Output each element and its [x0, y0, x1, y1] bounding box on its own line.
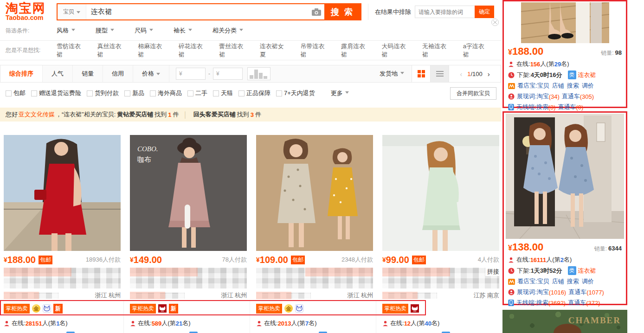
suggestion-link[interactable]: 无袖连衣裙: [422, 42, 450, 59]
sort-tab-sales[interactable]: 销量: [73, 65, 103, 82]
product-title-censored[interactable]: [4, 268, 121, 288]
kdb-link-item[interactable]: 宝贝: [537, 277, 549, 286]
kdb-link-search[interactable]: 搜索: [567, 277, 579, 286]
exclude-input[interactable]: [415, 6, 475, 18]
suggestion-link[interactable]: 蕾丝连衣裙: [219, 42, 246, 59]
kdb-link-item[interactable]: 宝贝: [537, 82, 549, 90]
option-authentic[interactable]: 正品保障: [238, 89, 270, 97]
notice-seg2: 回头客爱买店铺: [193, 110, 236, 119]
badge-row: 掌柜热卖 新: [130, 304, 247, 313]
suggestion-link[interactable]: 吊带连衣裙: [300, 42, 328, 59]
checkbox[interactable]: [87, 90, 93, 96]
product-photo[interactable]: [256, 135, 373, 251]
sort-tab-default[interactable]: 综合排序: [0, 65, 43, 82]
mobile-icon: [508, 104, 514, 110]
taobao-search-results-page: 淘宝网 Taobao.com 宝贝 搜 索 在结果中排除 确定 筛选条件: 风格…: [0, 0, 644, 333]
kdb-link-shop[interactable]: 店铺: [552, 277, 564, 286]
option-free-shipping[interactable]: 包邮: [6, 89, 26, 97]
price-row: ¥ 109.00 包邮 2348人付款: [256, 255, 373, 264]
paid-count: 4人付款: [478, 256, 499, 264]
prev-page-icon[interactable]: ‹: [460, 70, 462, 78]
checkbox[interactable]: [150, 90, 156, 96]
option-secondhand[interactable]: 二手: [187, 89, 207, 97]
checkbox[interactable]: [31, 90, 37, 96]
merge-same-items-button[interactable]: 合并同款宝贝: [450, 87, 496, 100]
total-pages: /100: [470, 70, 482, 77]
product-title-censored[interactable]: [256, 268, 373, 288]
checkbox[interactable]: [187, 90, 193, 96]
option-cod[interactable]: 货到付款: [87, 89, 119, 97]
suggestion-link[interactable]: a字连衣裙: [463, 42, 488, 59]
search-category-value: 宝贝: [63, 8, 74, 16]
filter-style[interactable]: 风格: [57, 26, 75, 35]
option-return-insurance[interactable]: 赠送退货运费险: [31, 89, 81, 97]
checkbox[interactable]: [238, 90, 245, 96]
checkbox[interactable]: [213, 90, 219, 96]
price-min-box: ¥: [176, 68, 206, 80]
suggestion-link[interactable]: 真丝连衣裙: [97, 42, 125, 59]
ship-from-dropdown[interactable]: 发货地: [380, 70, 404, 78]
product-photo[interactable]: [4, 135, 121, 251]
price-max-input[interactable]: [221, 70, 239, 78]
kdb-link-search[interactable]: 搜索: [567, 82, 579, 90]
checkbox[interactable]: [124, 90, 130, 96]
sidebar-next-photo[interactable]: CHAMBER: [502, 310, 627, 333]
category-link[interactable]: 连衣裙: [578, 267, 596, 275]
product-title-censored[interactable]: 拼接: [382, 268, 499, 288]
filter-waist[interactable]: 腰型: [96, 26, 114, 35]
option-overseas[interactable]: 海外商品: [150, 89, 182, 97]
notice-shop-link[interactable]: 亚文文化传媒: [19, 110, 55, 119]
product-title-censored[interactable]: [130, 268, 247, 288]
exclude-confirm-button[interactable]: 确定: [475, 6, 494, 18]
online-stat: 在线:2013人(第7名): [256, 319, 373, 327]
kdb-link-price[interactable]: 调价: [582, 82, 594, 90]
more-options-dropdown[interactable]: 更多: [331, 89, 349, 97]
sort-tab-price[interactable]: 价格: [133, 65, 169, 82]
panel-product-photo[interactable]: [521, 2, 609, 43]
price-histogram[interactable]: [247, 67, 270, 80]
panel-product-photo[interactable]: [506, 114, 624, 239]
kdb-link-shop[interactable]: 店铺: [552, 82, 564, 90]
kdb-link-price[interactable]: 调价: [582, 277, 594, 286]
suggestion-link[interactable]: 大码连衣裙: [382, 42, 409, 59]
option-7day-return[interactable]: 7+天内退货: [276, 89, 315, 97]
sort-tab-credit[interactable]: 信用: [103, 65, 133, 82]
sort-tab-popularity[interactable]: 人气: [43, 65, 73, 82]
option-new[interactable]: 新品: [124, 89, 144, 97]
taobao-logo[interactable]: 淘宝网 Taobao.com: [6, 2, 55, 21]
suggestion-link[interactable]: 连衣裙女夏: [260, 42, 287, 59]
search-button[interactable]: 搜 索: [324, 4, 361, 19]
product-card: ¥ 109.00 包邮 2348人付款 浙江 杭州 掌柜热卖 金 在线:2013…: [256, 130, 373, 333]
kandianbao-row: 看店宝: 宝贝 店铺 搜索 调价: [504, 80, 626, 91]
person-icon: [382, 320, 388, 327]
hot-seller-badge: 掌柜热卖: [256, 304, 282, 314]
paid-count: 2348人付款: [341, 256, 373, 264]
checkbox[interactable]: [276, 90, 282, 96]
suggestion-link[interactable]: 雪纺连衣裙: [57, 42, 84, 59]
filter-size[interactable]: 尺码: [135, 26, 153, 35]
mobile-icon: [508, 300, 514, 306]
logo-subtitle: Taobao.com: [6, 14, 55, 21]
filter-bar: 筛选条件: 风格 腰型 尺码 袖长 相关分类: [0, 21, 501, 41]
price-min-input[interactable]: [184, 70, 202, 78]
search-category-select[interactable]: 宝贝: [58, 4, 86, 19]
product-photo[interactable]: COBO. 咖布: [130, 135, 247, 251]
product-photo[interactable]: [382, 135, 499, 251]
list-view-toggle[interactable]: [430, 65, 449, 82]
panel-price: 188.00: [512, 45, 543, 58]
grid-view-toggle[interactable]: [412, 65, 430, 82]
filter-related-category[interactable]: 相关分类: [213, 26, 243, 35]
filter-sleeve[interactable]: 袖长: [174, 26, 192, 35]
suggestion-link[interactable]: 棉麻连衣裙: [138, 42, 165, 59]
suggestion-link[interactable]: 露肩连衣裙: [341, 42, 368, 59]
image-search-camera-icon[interactable]: [309, 4, 324, 19]
category-link[interactable]: 连衣裙: [578, 71, 596, 79]
search-input[interactable]: [86, 4, 309, 19]
next-page-icon[interactable]: ›: [488, 70, 490, 78]
option-tmall[interactable]: 天猫: [213, 89, 233, 97]
suggestion-link[interactable]: 碎花连衣裙: [179, 42, 206, 59]
product-price: 149.00: [134, 255, 162, 264]
seller-row: 浙江 杭州: [4, 292, 121, 299]
product-price: 99.00: [386, 255, 409, 264]
checkbox[interactable]: [6, 90, 12, 96]
